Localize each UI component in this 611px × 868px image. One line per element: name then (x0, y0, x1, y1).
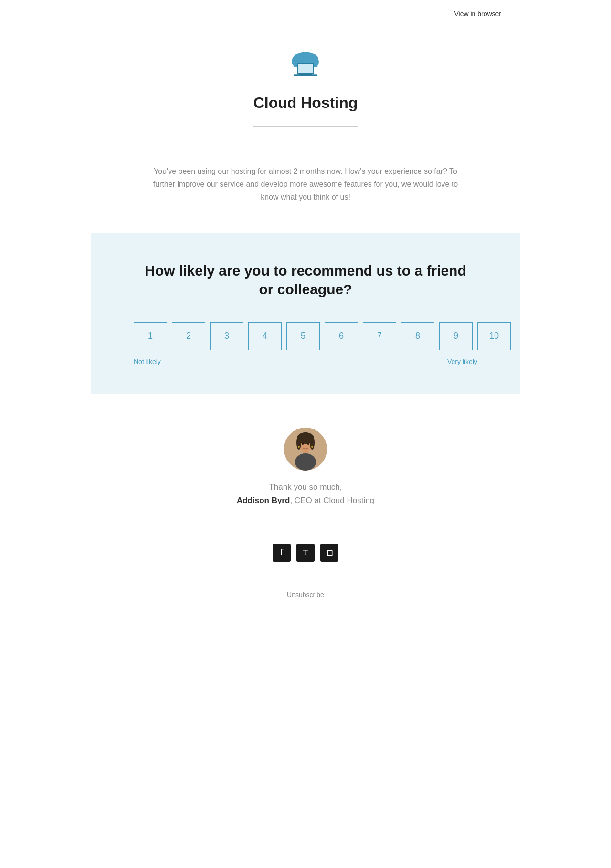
nps-button-4[interactable]: 4 (248, 322, 282, 350)
instagram-icon: ◻ (327, 548, 333, 557)
svg-point-19 (311, 446, 313, 448)
intro-section: You've been using our hosting for almost… (91, 160, 520, 233)
email-container: View in browser Cloud Hosting You'v (91, 0, 520, 628)
instagram-icon-button[interactable]: ◻ (320, 544, 338, 562)
nps-button-5[interactable]: 5 (286, 322, 320, 350)
thank-you-text: Thank you so much, (100, 482, 511, 492)
svg-rect-5 (298, 64, 313, 73)
signature-section: Thank you so much, Addison Byrd, CEO at … (91, 394, 520, 525)
nps-button-7[interactable]: 7 (363, 322, 396, 350)
brand-title: Cloud Hosting (100, 94, 511, 112)
svg-rect-7 (299, 74, 312, 75)
unsubscribe-section: Unsubscribe (91, 581, 520, 628)
nps-button-2[interactable]: 2 (172, 322, 205, 350)
ceo-avatar (284, 428, 327, 471)
cloud-laptop-icon (284, 47, 327, 83)
intro-text: You've been using our hosting for almost… (148, 165, 463, 204)
svg-point-15 (295, 453, 316, 471)
nps-question: How likely are you to recommend us to a … (143, 261, 468, 299)
section-divider (253, 126, 358, 127)
twitter-icon-button[interactable]: 𝕋 (296, 544, 315, 562)
avatar-image (284, 428, 327, 471)
nps-button-10[interactable]: 10 (477, 322, 511, 350)
nps-button-8[interactable]: 8 (401, 322, 434, 350)
social-icons-container: f 𝕋 ◻ (100, 544, 511, 562)
nps-button-9[interactable]: 9 (439, 322, 473, 350)
nps-buttons-container: 1 2 3 4 5 6 7 8 9 10 (129, 322, 482, 350)
avatar-wrapper (100, 428, 511, 471)
facebook-icon-button[interactable]: f (273, 544, 291, 562)
cloud-icon-wrapper (100, 47, 511, 85)
social-section: f 𝕋 ◻ (91, 525, 520, 581)
svg-point-17 (307, 443, 310, 445)
nps-button-1[interactable]: 1 (134, 322, 167, 350)
nps-button-3[interactable]: 3 (210, 322, 243, 350)
nps-label-very-likely: Very likely (447, 358, 477, 365)
ceo-signature: Addison Byrd, CEO at Cloud Hosting (100, 496, 511, 505)
twitter-icon: 𝕋 (303, 549, 308, 557)
top-bar: View in browser (91, 0, 520, 28)
header-section: Cloud Hosting (91, 28, 520, 160)
view-in-browser-link[interactable]: View in browser (454, 10, 501, 18)
ceo-title: , CEO at Cloud Hosting (290, 496, 374, 505)
facebook-icon: f (280, 547, 283, 557)
unsubscribe-link[interactable]: Unsubscribe (287, 591, 324, 599)
svg-point-18 (298, 446, 300, 448)
nps-labels: Not likely Very likely (129, 358, 482, 365)
nps-label-not-likely: Not likely (134, 358, 161, 365)
ceo-name: Addison Byrd (237, 496, 290, 505)
nps-button-6[interactable]: 6 (325, 322, 358, 350)
svg-point-16 (302, 443, 304, 445)
nps-section: How likely are you to recommend us to a … (91, 233, 520, 394)
